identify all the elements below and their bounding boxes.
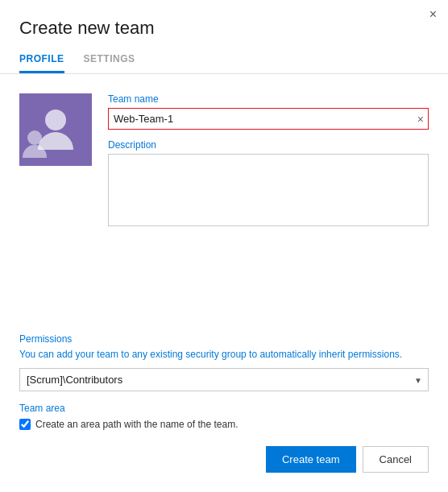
tab-settings[interactable]: SETTINGS — [84, 47, 135, 73]
permissions-description: You can add your team to any existing se… — [19, 348, 429, 362]
team-name-input[interactable] — [108, 108, 429, 130]
close-button[interactable]: × — [429, 8, 437, 21]
description-label: Description — [108, 139, 429, 151]
avatar-icon — [38, 110, 73, 150]
cancel-button[interactable]: Cancel — [363, 446, 429, 473]
permissions-section: Permissions You can add your team to any… — [0, 333, 448, 391]
avatar-body — [38, 132, 73, 150]
avatar-section — [19, 93, 92, 327]
tab-profile[interactable]: PROFILE — [19, 47, 64, 73]
avatar-small-head — [27, 130, 42, 145]
team-area-label: Team area — [19, 403, 429, 414]
tab-bar: PROFILE SETTINGS — [0, 47, 448, 74]
team-area-checkbox-row: Create an area path with the name of the… — [19, 419, 429, 430]
form-content: Team name × Description — [0, 74, 448, 327]
team-name-label: Team name — [108, 93, 429, 105]
permissions-label: Permissions — [19, 333, 429, 345]
team-area-checkbox[interactable] — [19, 419, 31, 430]
permissions-select-wrapper: [Scrum]\Contributors [Scrum]\Readers [Sc… — [19, 368, 429, 391]
create-team-button[interactable]: Create team — [266, 446, 356, 473]
team-name-input-wrapper: × — [108, 108, 429, 130]
description-input[interactable] — [108, 154, 429, 226]
permissions-select[interactable]: [Scrum]\Contributors [Scrum]\Readers [Sc… — [19, 368, 429, 391]
input-clear-icon[interactable]: × — [417, 114, 424, 125]
avatar-head — [45, 110, 66, 130]
description-group: Description — [108, 139, 429, 226]
dialog-footer: Create team Cancel — [0, 430, 448, 492]
dialog-title: Create new team — [0, 0, 448, 47]
team-area-section: Team area Create an area path with the n… — [0, 391, 448, 430]
create-team-dialog: × Create new team PROFILE SETTINGS Team … — [0, 0, 448, 492]
form-section: Team name × Description — [108, 93, 429, 327]
team-name-group: Team name × — [108, 93, 429, 130]
team-area-checkbox-label: Create an area path with the name of the… — [35, 419, 238, 430]
team-avatar — [19, 93, 92, 166]
